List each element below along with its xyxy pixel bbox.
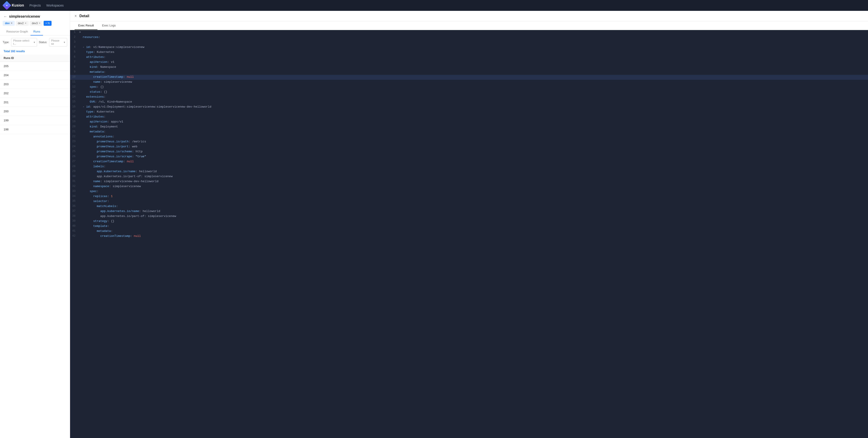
code-line: 19 apiVersion: apps/v1 [70,120,868,125]
line-number: 25 [70,149,79,154]
line-content: type: Kubernetes [79,110,868,115]
line-content: app.kubernetes.io/name: helloworld [79,169,868,174]
line-content: spec: {} [79,85,868,90]
code-line: 35 selector: [70,199,868,204]
line-number: 3 [70,40,79,45]
sidebar-title: simpleservicenew [9,14,40,19]
line-content: resources: [79,35,868,40]
line-number: 24 [70,145,79,149]
nav-workspaces[interactable]: Workspaces [46,4,64,7]
code-line: 29 app.kubernetes.io/name: helloworld [70,169,868,174]
line-content: prometheus.io/scheme: http [79,149,868,154]
line-content: selector: [79,199,868,204]
tab-dev2-close[interactable]: ✕ [25,22,26,24]
line-number: 35 [70,199,79,204]
code-line: 2 resources: [70,35,868,40]
line-number: 36 [70,204,79,209]
line-number: 27 [70,159,79,164]
line-content: app.kubernetes.io/part-of: simpleservice… [79,214,868,219]
table-row[interactable]: 204 [0,71,70,80]
line-number: 12 [70,85,79,90]
back-button[interactable]: ← [4,14,7,19]
code-line: 31 name: simpleservicenew-dev-helloworld [70,179,868,184]
detail-panel: × Detail Exec Result Exec Logs 1>2 resou… [70,11,868,438]
detail-tab-exec-logs[interactable]: Exec Logs [98,22,119,30]
line-number: 39 [70,219,79,224]
code-line: 38 app.kubernetes.io/part-of: simpleserv… [70,214,868,219]
line-number: 9 [70,70,79,75]
table-row[interactable]: 199 [0,116,70,125]
status-filter-label: Status: [39,41,47,44]
line-content: replicas: 1 [79,194,868,199]
line-number: 8 [70,65,79,70]
tab-dev-close[interactable]: ✕ [11,22,12,24]
line-number: 13 [70,90,79,95]
code-line: 3 [70,40,868,45]
line-number: 30 [70,174,79,179]
table-row[interactable]: 200 [0,107,70,116]
line-content: annotations: [79,134,868,139]
runs-id-header: Runs ID [0,55,70,62]
line-number: 1 [70,30,79,35]
line-content: - id: apps/v1:Deployment:simpleservicene… [79,105,868,110]
line-content: extensions: [79,95,868,100]
sub-tab-resource-graph[interactable]: Resource Graph [4,28,31,35]
main-layout: ← simpleservicenew dev ✕ dev2 ✕ dev3 ✕ +… [0,11,868,438]
sub-tab-runs[interactable]: Runs [31,28,43,35]
line-content: attributes: [79,55,868,60]
add-tab-button[interactable]: + N [43,21,52,26]
line-content: kind: Namespace [79,65,868,70]
chevron-down-icon: ▾ [64,41,65,44]
line-number: 6 [70,55,79,60]
detail-tab-exec-result[interactable]: Exec Result [74,22,97,30]
code-line: 11 name: simpleservicenew [70,80,868,85]
type-filter-select[interactable]: Please select t... ▾ [11,38,37,46]
code-line: 21 metadata: [70,129,868,134]
line-content: > [79,30,868,35]
line-number: 40 [70,224,79,229]
line-content: name: simpleservicenew-dev-helloworld [79,179,868,184]
logo-text: Kusion [12,3,24,7]
tab-dev3[interactable]: dev3 ✕ [30,21,43,26]
line-content: status: {} [79,90,868,95]
code-line: 39 strategy: {} [70,219,868,224]
tab-dev[interactable]: dev ✕ [3,21,15,26]
line-number: 22 [70,134,79,139]
tab-dev3-close[interactable]: ✕ [39,22,40,24]
code-line: 41 metadata: [70,229,868,234]
line-number: 4 [70,45,79,50]
runs-rows-container: 205204203202201200199198 [0,62,70,134]
logo-icon: ✦ [2,1,11,10]
top-nav: ✦ Kusion Projects Workspaces [0,0,868,11]
line-number: 14 [70,95,79,100]
line-number: 29 [70,169,79,174]
table-row[interactable]: 201 [0,98,70,107]
table-row[interactable]: 198 [0,125,70,134]
line-content: prometheus.io/port: web [79,145,868,149]
line-content: attributes: [79,115,868,120]
line-content: prometheus.io/scrape: "true" [79,154,868,159]
line-number: 15 [70,100,79,105]
line-number: 11 [70,80,79,85]
code-viewer[interactable]: 1>2 resources:34 - id: v1:Namespace:simp… [70,30,868,438]
line-number: 42 [70,234,79,239]
line-number: 16 [70,105,79,110]
line-number: 10 [70,75,79,80]
tab-dev2[interactable]: dev2 ✕ [16,21,29,26]
line-content: GVK: /v1, Kind=Namespace [79,100,868,105]
status-filter-select[interactable]: Please se ▾ [49,38,67,46]
table-row[interactable]: 203 [0,80,70,89]
code-line: 7 apiVersion: v1 [70,60,868,65]
line-content: prometheus.io/path: /metrics [79,139,868,145]
nav-projects[interactable]: Projects [29,4,41,7]
table-row[interactable]: 205 [0,62,70,71]
line-content: app.kubernetes.io/name: helloworld [79,209,868,214]
table-row[interactable]: 202 [0,89,70,98]
line-content: kind: Deployment [79,125,868,129]
detail-close-button[interactable]: × [74,14,76,18]
code-line: 33 spec: [70,189,868,194]
detail-header: × Detail [70,11,868,22]
line-number: 37 [70,209,79,214]
code-line: 1> [70,30,868,35]
code-line: 13 status: {} [70,90,868,95]
